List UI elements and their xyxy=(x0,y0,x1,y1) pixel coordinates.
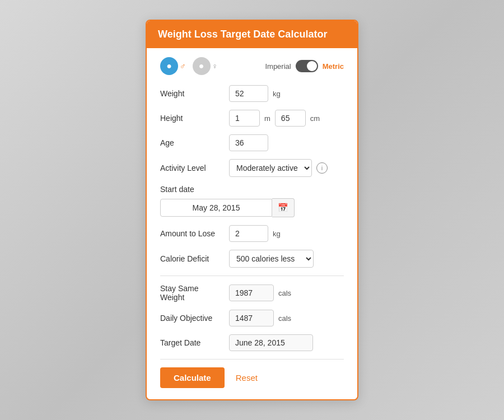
weight-input[interactable] xyxy=(229,85,268,102)
target-date-input xyxy=(229,334,313,351)
user-icons: ● ♂ ● ♀ xyxy=(160,57,218,75)
activity-select[interactable]: Sedentary Lightly active Moderately acti… xyxy=(229,159,312,177)
imperial-label: Imperial xyxy=(265,62,291,71)
height-m-input[interactable] xyxy=(229,110,260,127)
calculate-button[interactable]: Calculate xyxy=(160,367,225,388)
start-date-label: Start date xyxy=(160,185,344,194)
weight-unit: kg xyxy=(273,90,281,98)
female-gender-icon: ♂ xyxy=(180,62,186,71)
activity-info-icon[interactable]: i xyxy=(316,162,328,174)
card-body: ● ♂ ● ♀ Imperial Metric xyxy=(147,48,357,399)
unit-toggle: Imperial Metric xyxy=(265,60,344,72)
calendar-icon: 📅 xyxy=(278,203,288,213)
weight-row: Weight kg xyxy=(160,85,344,102)
user-unit-row: ● ♂ ● ♀ Imperial Metric xyxy=(160,57,344,75)
height-m-unit: m xyxy=(264,114,270,123)
weight-label: Weight xyxy=(160,89,225,98)
divider-1 xyxy=(160,276,344,276)
amount-label: Amount to Lose xyxy=(160,229,225,238)
activity-row: Activity Level Sedentary Lightly active … xyxy=(160,159,344,177)
male-user-wrap[interactable]: ● ♀ xyxy=(193,57,218,75)
female-user-circle[interactable]: ● xyxy=(160,57,178,75)
target-date-label: Target Date xyxy=(160,338,225,347)
action-row: Calculate Reset xyxy=(160,367,344,388)
amount-input[interactable] xyxy=(229,225,268,242)
amount-row: Amount to Lose kg xyxy=(160,225,344,242)
unit-toggle-switch[interactable] xyxy=(296,60,318,72)
activity-label: Activity Level xyxy=(160,164,225,172)
daily-objective-label: Daily Objective xyxy=(160,314,225,323)
target-date-row: Target Date xyxy=(160,334,344,351)
amount-unit: kg xyxy=(273,230,281,238)
date-row: 📅 xyxy=(160,198,344,217)
female-user-wrap[interactable]: ● ♂ xyxy=(160,57,186,75)
calorie-deficit-label: Calorie Deficit xyxy=(160,254,225,263)
male-user-circle[interactable]: ● xyxy=(193,57,211,75)
male-person-icon: ● xyxy=(199,61,204,71)
height-cm-input[interactable] xyxy=(275,110,306,127)
height-row: Height m cm xyxy=(160,110,344,127)
daily-objective-row: Daily Objective cals xyxy=(160,310,344,326)
reset-button[interactable]: Reset xyxy=(236,373,258,382)
calculator-card: Weight Loss Target Date Calculator ● ♂ ●… xyxy=(146,20,358,400)
age-label: Age xyxy=(160,138,225,147)
stay-same-weight-row: Stay Same Weight cals xyxy=(160,284,344,302)
calendar-icon-button[interactable]: 📅 xyxy=(272,198,295,217)
toggle-slider[interactable] xyxy=(296,60,318,72)
divider-2 xyxy=(160,359,344,360)
stay-same-weight-unit: cals xyxy=(278,289,291,297)
age-input[interactable] xyxy=(229,134,268,151)
calorie-deficit-select[interactable]: 250 calories less 500 calories less 750 … xyxy=(229,250,314,268)
card-header: Weight Loss Target Date Calculator xyxy=(147,21,357,48)
male-gender-icon: ♀ xyxy=(212,62,218,71)
daily-objective-unit: cals xyxy=(278,314,291,323)
start-date-input[interactable] xyxy=(160,199,272,217)
height-label: Height xyxy=(160,114,225,123)
age-row: Age xyxy=(160,134,344,151)
card-title: Weight Loss Target Date Calculator xyxy=(158,29,327,40)
metric-label: Metric xyxy=(323,62,344,71)
daily-objective-input xyxy=(229,310,274,326)
stay-same-weight-label: Stay Same Weight xyxy=(160,284,225,302)
stay-same-weight-input xyxy=(229,284,274,301)
calorie-deficit-row: Calorie Deficit 250 calories less 500 ca… xyxy=(160,250,344,268)
height-cm-unit: cm xyxy=(310,114,320,123)
female-person-icon: ● xyxy=(166,61,172,71)
